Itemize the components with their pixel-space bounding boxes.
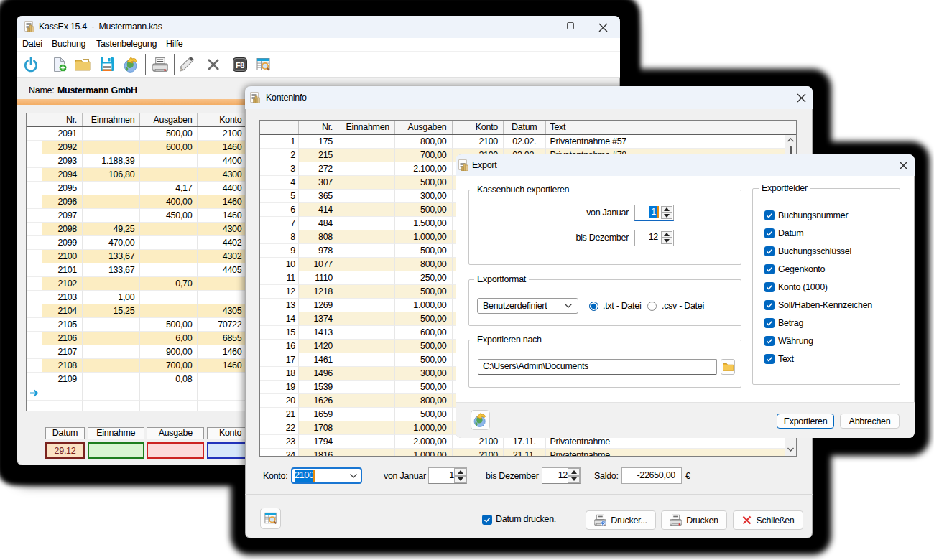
svg-text:F8: F8	[236, 61, 244, 70]
